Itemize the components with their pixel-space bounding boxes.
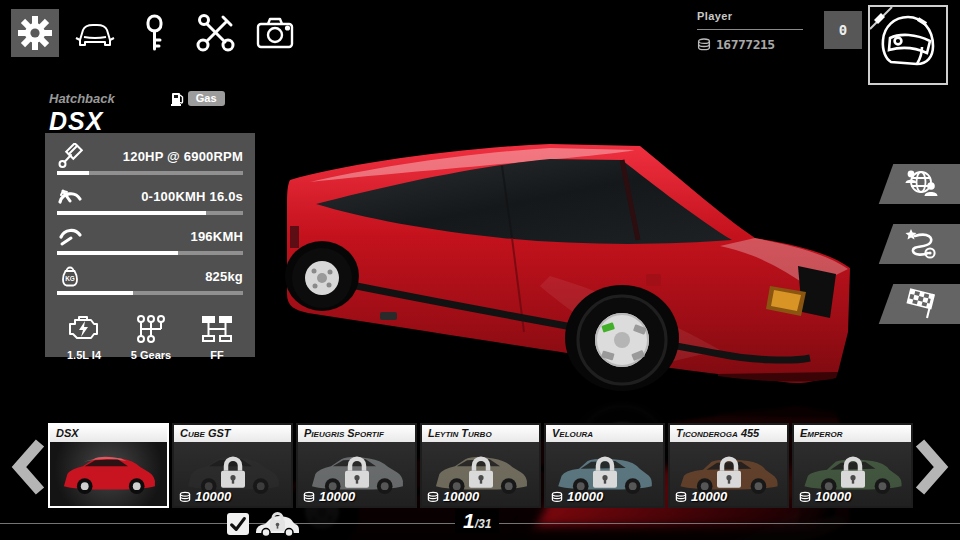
car-card-ticonderoga-455[interactable]: Ticonderoga 455 bbox=[668, 423, 789, 508]
coins-icon bbox=[551, 491, 563, 503]
coins-icon bbox=[303, 491, 315, 503]
lock-icon bbox=[343, 456, 371, 490]
car-carousel: DSX Cube GST bbox=[48, 423, 913, 508]
car-price: 10000 bbox=[691, 489, 727, 504]
stat-power-bar bbox=[57, 171, 243, 175]
car-card-dsx[interactable]: DSX bbox=[48, 423, 169, 508]
coins-icon bbox=[427, 491, 439, 503]
piston-icon bbox=[57, 143, 83, 169]
car-card-title: Pieugris Sportif bbox=[298, 425, 415, 442]
car-card-title: Emperor bbox=[794, 425, 911, 442]
page-current: 1 bbox=[463, 509, 475, 533]
car-card-title: Cube GST bbox=[174, 425, 291, 442]
stat-weight: 825kg bbox=[87, 269, 243, 284]
player-currency: 16777215 bbox=[716, 37, 775, 52]
tab-photo[interactable] bbox=[251, 9, 299, 57]
key-icon bbox=[141, 13, 169, 53]
fuel-pump-icon bbox=[171, 90, 184, 106]
race-button[interactable] bbox=[879, 284, 960, 324]
svg-text:KG: KG bbox=[65, 275, 75, 282]
car-card-leytin-turbo[interactable]: Leytin Turbo bbox=[420, 423, 541, 508]
accel-gauge-icon bbox=[57, 183, 83, 209]
lock-icon bbox=[591, 456, 619, 490]
car-price: 10000 bbox=[195, 489, 231, 504]
car-card-pieugris-sportif[interactable]: Pieugris Sportif bbox=[296, 423, 417, 508]
main-car-image bbox=[250, 126, 870, 396]
top-toolbar bbox=[11, 9, 299, 57]
car-price: 10000 bbox=[815, 489, 851, 504]
carousel-next-button[interactable] bbox=[912, 438, 952, 496]
check-icon bbox=[229, 515, 247, 533]
car-card-emperor[interactable]: Emperor 10000 bbox=[792, 423, 913, 508]
chevron-left-icon bbox=[8, 438, 48, 496]
page-total: /31 bbox=[475, 517, 492, 531]
game-screen: Player 16777215 0 bbox=[0, 0, 960, 540]
coins-icon bbox=[799, 491, 811, 503]
spec-engine: 1.5L I4 bbox=[67, 349, 101, 361]
lock-icon bbox=[467, 456, 495, 490]
car-card-veloura[interactable]: Veloura 10000 bbox=[544, 423, 665, 508]
checkered-flag-icon bbox=[904, 288, 938, 320]
car-thumbnail bbox=[57, 451, 161, 497]
stat-acceleration: 0-100KMH 16.0s bbox=[87, 189, 243, 204]
vehicle-category: Hatchback bbox=[49, 91, 115, 106]
stat-topspeed: 196KMH bbox=[87, 229, 243, 244]
tab-tuning[interactable] bbox=[191, 9, 239, 57]
coins-icon bbox=[697, 38, 711, 51]
lock-icon bbox=[839, 456, 867, 490]
weight-icon: KG bbox=[57, 263, 83, 289]
tab-keys[interactable] bbox=[131, 9, 179, 57]
car-card-title: Ticonderoga 455 bbox=[670, 425, 787, 442]
notification-counter[interactable]: 0 bbox=[824, 11, 862, 49]
stat-topspeed-bar bbox=[57, 251, 243, 255]
vehicle-name: DSX bbox=[49, 107, 225, 136]
lock-icon bbox=[219, 456, 247, 490]
carousel-page-indicator: 1 /31 bbox=[455, 509, 499, 533]
engine-icon bbox=[67, 315, 101, 343]
coins-icon bbox=[179, 491, 191, 503]
car-card-title: Veloura bbox=[546, 425, 663, 442]
globe-users-icon bbox=[904, 168, 938, 200]
multiplayer-button[interactable] bbox=[879, 164, 960, 204]
vehicle-title-block: Hatchback Gas DSX bbox=[49, 90, 225, 136]
locked-car-icon bbox=[254, 511, 300, 537]
tab-settings[interactable] bbox=[11, 9, 59, 57]
tab-garage[interactable] bbox=[71, 9, 119, 57]
player-name: Player bbox=[697, 10, 803, 22]
chevron-right-icon bbox=[912, 438, 952, 496]
car-price: 10000 bbox=[319, 489, 355, 504]
car-price: 10000 bbox=[443, 489, 479, 504]
show-locked-toggle[interactable] bbox=[227, 511, 300, 537]
car-card-title: Leytin Turbo bbox=[422, 425, 539, 442]
avatar[interactable] bbox=[868, 5, 948, 85]
career-button[interactable] bbox=[879, 224, 960, 264]
drivetrain-icon bbox=[201, 315, 233, 343]
shifter-icon bbox=[135, 315, 167, 343]
car-price: 10000 bbox=[567, 489, 603, 504]
player-info[interactable]: Player 16777215 bbox=[697, 10, 803, 52]
fuel-type-badge: Gas bbox=[188, 91, 225, 106]
show-locked-checkbox[interactable] bbox=[227, 513, 249, 535]
helmet-icon bbox=[870, 7, 942, 79]
camera-icon bbox=[255, 16, 295, 50]
stat-power: 120HP @ 6900RPM bbox=[87, 149, 243, 164]
vehicle-stats-panel: 120HP @ 6900RPM 0-100KMH 16.0s bbox=[45, 133, 255, 357]
car-card-cube-gst[interactable]: Cube GST 1000 bbox=[172, 423, 293, 508]
car-card-title: DSX bbox=[50, 425, 167, 442]
car-icon bbox=[73, 18, 117, 48]
route-icon bbox=[904, 228, 938, 260]
stat-weight-bar bbox=[57, 291, 243, 295]
spec-gearbox: 5 Gears bbox=[131, 349, 171, 361]
notification-count: 0 bbox=[839, 22, 847, 38]
spec-drivetrain: FF bbox=[210, 349, 223, 361]
stat-acceleration-bar bbox=[57, 211, 243, 215]
tools-icon bbox=[193, 13, 237, 53]
gear-icon bbox=[17, 15, 53, 51]
carousel-prev-button[interactable] bbox=[8, 438, 48, 496]
lock-icon bbox=[715, 456, 743, 490]
speed-gauge-icon bbox=[57, 223, 83, 249]
divider bbox=[697, 29, 803, 30]
coins-icon bbox=[675, 491, 687, 503]
